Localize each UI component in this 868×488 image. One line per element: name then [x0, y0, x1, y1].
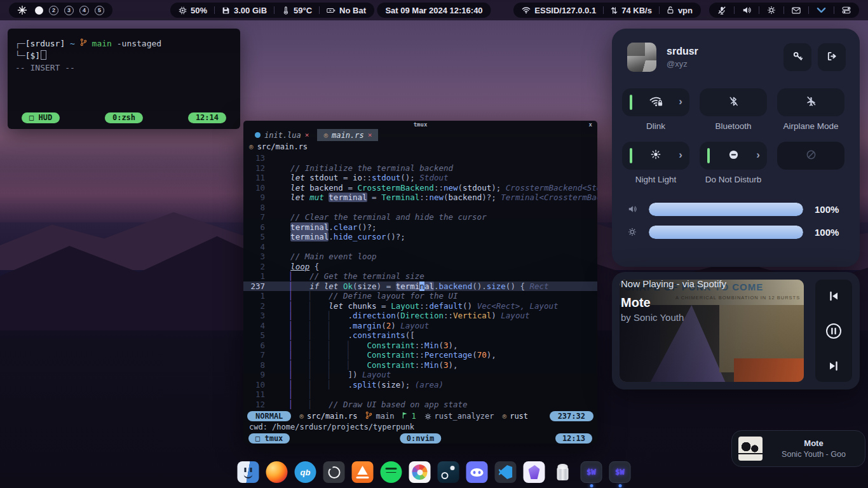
dock-item-obsidian[interactable]: [524, 461, 545, 483]
tab-init.lua[interactable]: init.lua×: [248, 129, 315, 141]
code-line[interactable]: 11 ▏ ▏: [243, 390, 597, 400]
code-line[interactable]: 5 ▏ ▏ ▏ .constraints([: [243, 330, 597, 341]
previous-button[interactable]: [828, 290, 839, 302]
running-indicator: [590, 484, 593, 487]
code-line[interactable]: 7 // Clear the terminal and hide the cur…: [243, 212, 597, 222]
code-line[interactable]: 11 let stdout = io::stdout(); Stdout: [243, 173, 597, 183]
code-line[interactable]: 4: [243, 242, 597, 252]
code-line[interactable]: 9 ▏ ▏ ▏ ]) Layout: [243, 370, 597, 380]
gear-icon[interactable]: [767, 6, 776, 15]
mic-muted-icon[interactable]: [717, 6, 726, 15]
mail-icon[interactable]: [792, 7, 801, 14]
code-line[interactable]: 237 ▏ if let Ok(size) = terminal.backend…: [243, 281, 597, 292]
code-line[interactable]: 1 ▏ // Get the terminal size: [243, 271, 597, 281]
workspace-pill: 2345: [9, 3, 112, 18]
pause-button[interactable]: [825, 323, 842, 339]
code-line[interactable]: 13: [243, 153, 597, 163]
do-not-disturb-button[interactable]: ›: [700, 142, 767, 170]
code-line[interactable]: 10 let backend = CrosstermBackend::new(s…: [243, 183, 597, 193]
tmux-clock-pill: 12:14: [188, 112, 226, 123]
active-indicator: [707, 148, 710, 163]
media-player-card: SHAPE OF PUNK TO COME A CHIMERICAL BOMBI…: [612, 272, 860, 390]
chevron-down-icon[interactable]: [817, 7, 826, 13]
tmux-window-pill[interactable]: 0:nvim: [400, 433, 441, 444]
quick-setting-do-not-disturb: ›Do Not Disturb: [700, 142, 767, 185]
dock-item-obs[interactable]: [323, 461, 345, 483]
dock-item-vscode[interactable]: [495, 461, 517, 483]
lock-keys-button[interactable]: [783, 43, 811, 71]
chevron-right-icon[interactable]: ›: [679, 95, 682, 108]
quick-setting-airplane-mode: Airplane Mode: [777, 88, 844, 132]
code-line[interactable]: 9 let mut terminal = Terminal::new(backe…: [243, 193, 597, 203]
prompt-branch: main: [92, 39, 112, 48]
tab-main.rs[interactable]: ®main.rs×: [317, 129, 378, 141]
dock-item-discord[interactable]: [466, 461, 488, 483]
code-line[interactable]: 8 ▏ ▏ ▏ ▏ Constraint::Min(3),: [243, 360, 597, 370]
dock-item-stream-widget-1[interactable]: $W: [581, 461, 602, 487]
airplane-mode-button[interactable]: [777, 88, 844, 116]
code-text: let stdout = io::stdout(); Stdout: [271, 173, 449, 182]
speaker-icon[interactable]: [742, 6, 751, 15]
statusline-diagnostics: 1: [402, 412, 416, 421]
dlink-button[interactable]: ›: [622, 88, 689, 116]
line-number: 1: [243, 291, 271, 301]
night-light-button[interactable]: ›: [622, 142, 689, 170]
tab-close-button[interactable]: ×: [305, 131, 309, 139]
code-line[interactable]: 7 ▏ ▏ ▏ ▏ Constraint::Percentage(70),: [243, 350, 597, 360]
dock-item-vlc[interactable]: [352, 461, 374, 483]
code-line[interactable]: 12 // Initialize the terminal backend: [243, 163, 597, 173]
wifi-icon: [522, 6, 531, 14]
workspace-1[interactable]: [35, 6, 43, 15]
window-close-button[interactable]: x: [589, 121, 592, 129]
volume-slider[interactable]: [649, 203, 803, 216]
toggles-icon[interactable]: [842, 6, 851, 14]
workspace-4[interactable]: 4: [79, 6, 89, 15]
editor-window[interactable]: tmux x init.lua×®main.rs× ® src/main.rs …: [243, 121, 597, 444]
bluetooth-button[interactable]: [700, 88, 767, 116]
code-line[interactable]: 5 terminal.hide_cursor()?;: [243, 232, 597, 242]
system-stats-pill: 50% 3.00 GiB 59°C No Bat: [170, 3, 374, 18]
clock: Sat 09 Mar 2024 12:16:40: [385, 6, 482, 15]
code-line[interactable]: 10 ▏ ▏ ▏ .split(size); (area): [243, 380, 597, 390]
line-number: 2: [243, 301, 271, 311]
terminal-window[interactable]: ┌─[srdusr] ~ main -unstaged └─[$] -- INS…: [8, 29, 240, 129]
code-line[interactable]: 2 ▏ ▏ let chunks = Layout::default() Vec…: [243, 301, 597, 311]
tmux-session-pill[interactable]: □ tmux: [248, 433, 290, 444]
tmux-window-pill[interactable]: 0:zsh: [105, 112, 143, 123]
dock-item-trash[interactable]: [552, 461, 574, 483]
tab-close-button[interactable]: ×: [368, 131, 372, 139]
brightness-slider[interactable]: [649, 226, 803, 239]
tab-label: main.rs: [332, 131, 364, 140]
dock-item-stream-widget-2[interactable]: $W: [609, 461, 631, 487]
code-line[interactable]: 1 ▏ ▏ // Define layout for the UI: [243, 291, 597, 301]
unavailable-button[interactable]: [777, 142, 844, 170]
dock-item-photos[interactable]: [409, 461, 431, 483]
dock-item-steam[interactable]: [438, 461, 459, 483]
tmux-session-pill[interactable]: □ HUD: [22, 112, 60, 123]
dock-item-firefox[interactable]: [266, 461, 288, 483]
code-line[interactable]: 3 ▏ ▏ ▏ .direction(Direction::Vertical) …: [243, 311, 597, 321]
dock-item-qbittorrent[interactable]: qb: [295, 461, 316, 483]
code-line[interactable]: 6 ▏ ▏ ▏ ▏ Constraint::Min(3),: [243, 341, 597, 351]
code-line[interactable]: 8: [243, 203, 597, 213]
code-line[interactable]: 6 terminal.clear()?;: [243, 222, 597, 233]
next-button[interactable]: [828, 360, 839, 372]
chevron-right-icon[interactable]: ›: [756, 149, 760, 161]
code-line[interactable]: 3 // Main event loop: [243, 252, 597, 262]
network-pill[interactable]: ESSID/127.0.0.1 74 KB/s vpn: [513, 3, 701, 18]
dock-item-file-manager[interactable]: [238, 461, 259, 483]
dock-item-spotify[interactable]: [381, 461, 402, 483]
code-line[interactable]: 4 ▏ ▏ ▏ .margin(2) Layout: [243, 321, 597, 331]
track-title: Mote: [621, 295, 651, 310]
code-line[interactable]: 2 loop {: [243, 262, 597, 272]
chevron-right-icon[interactable]: ›: [679, 149, 682, 161]
code-line[interactable]: 12 ▏ ▏ // Draw UI based on app state: [243, 400, 597, 410]
workspace-5[interactable]: 5: [95, 6, 104, 15]
workspace-3[interactable]: 3: [64, 6, 74, 15]
distro-logo-icon[interactable]: [17, 5, 27, 15]
tmux-clock-pill: 12:13: [555, 433, 592, 444]
workspace-2[interactable]: 2: [49, 6, 58, 15]
clock-pill[interactable]: Sat 09 Mar 2024 12:16:40: [377, 3, 491, 18]
music-notification[interactable]: Mote Sonic Youth - Goo: [731, 430, 865, 467]
logout-button[interactable]: [818, 43, 846, 71]
